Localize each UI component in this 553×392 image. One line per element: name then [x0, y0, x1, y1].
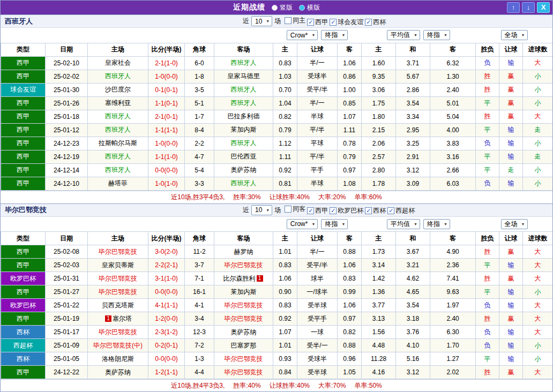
asia-away-odds-cell: 1.06	[338, 299, 362, 312]
summary-stat: 单率:60%	[354, 193, 382, 201]
section-header: 毕尔巴鄂竞技 近 10▼ 场 同客✓西甲✓欧罗巴杯✓西杯✓西超杯	[1, 204, 552, 217]
home-team-cell: 毕尔巴鄂竞技	[88, 326, 148, 339]
odds-stage-select[interactable]: 终指▼	[321, 30, 348, 40]
layout-radio-horizontal[interactable]: 横版	[299, 3, 320, 12]
filter-checkbox[interactable]: ✓欧罗巴杯	[330, 206, 363, 215]
home-team-cell: 洛格朗尼斯	[88, 352, 148, 366]
scroll-up-button[interactable]: ↑	[507, 2, 520, 13]
chevron-down-icon: ▼	[414, 222, 417, 226]
asia-away-odds-cell: 1.06	[338, 259, 362, 272]
euro-average-select[interactable]: 平均值▼	[387, 30, 420, 40]
scroll-down-button[interactable]: ↓	[522, 2, 535, 13]
goals-result-cell: 大	[523, 312, 553, 326]
euro-draw-odds-cell: 3.34	[396, 110, 430, 123]
date-cell: 25-01-26	[46, 96, 88, 110]
matches-table: Crow*▼ 终指▼ 平均值▼ 终指▼ 全场▼ 类型 日期 主场 比分(半场)	[1, 28, 553, 191]
corner-cell: 12-3	[185, 326, 214, 339]
league-type-cell: 西甲	[1, 56, 46, 70]
euro-draw-odds-cell: 5.16	[396, 352, 430, 366]
filter-checkbox[interactable]: ✓西超杯	[387, 206, 415, 215]
titlebar: 近期战绩 竖版 横版 ↑ ↓ X	[1, 1, 552, 14]
league-type-cell: 西甲	[1, 163, 46, 177]
scope-select[interactable]: 全场▼	[501, 219, 528, 229]
goals-result-cell: 大	[523, 326, 553, 339]
league-type-cell: 西杯	[1, 352, 46, 366]
summary-record: 近10场,胜4平3负3,	[171, 382, 225, 389]
asia-home-odds-cell: 0.90	[273, 285, 297, 299]
match-row: 西甲24-12-14西班牙人0-0(0-0)5-4奥萨苏纳0.92平手0.972…	[1, 163, 553, 177]
close-button[interactable]: X	[537, 2, 550, 13]
score-cell: 1-2(1-1)	[148, 366, 185, 379]
score-cell: 2-2(2-1)	[148, 259, 185, 272]
corner-cell: 4-7	[185, 150, 214, 163]
odds-stage-select[interactable]: 终指▼	[321, 219, 348, 229]
red-card-icon: 1	[105, 315, 111, 322]
radio-unselected-icon	[299, 5, 305, 11]
layout-radio-vertical[interactable]: 竖版	[272, 3, 293, 12]
filter-checkbox-label: 同主	[293, 16, 305, 25]
asia-home-odds-cell: 0.82	[273, 110, 297, 123]
date-cell: 25-02-08	[46, 245, 88, 259]
corner-cell: 16-1	[185, 285, 214, 299]
matches-count-select[interactable]: 10▼	[251, 16, 272, 26]
filter-checkbox[interactable]: 同主	[285, 16, 305, 25]
scope-select[interactable]: 全场▼	[501, 30, 528, 40]
asia-home-odds-cell: 1.07	[273, 326, 297, 339]
asia-home-odds-cell: 1.01	[273, 245, 297, 259]
date-cell: 25-01-22	[46, 299, 88, 312]
filter-checkbox[interactable]: ✓西杯	[365, 206, 386, 215]
euro-draw-odds-cell: 4.65	[396, 285, 430, 299]
filter-checkbox[interactable]: 同客	[285, 205, 305, 214]
team-name: 西班牙人	[5, 17, 33, 26]
asia-handicap-cell: 平手	[297, 163, 338, 177]
league-type-cell: 西甲	[1, 123, 46, 137]
col-header-score: 比分(半场)	[148, 43, 185, 56]
team-section-bilbao: 毕尔巴鄂竞技 近 10▼ 场 同客✓西甲✓欧罗巴杯✓西杯✓西超杯	[1, 203, 552, 392]
checkbox-checked-icon: ✓	[387, 207, 394, 214]
home-team-cell: 奥萨苏纳	[88, 366, 148, 379]
away-team-cell: 西班牙人	[214, 83, 273, 96]
matches-unit-label: 场	[274, 17, 281, 26]
euro-away-odds-cell: 2.66	[430, 163, 476, 177]
checkbox-checked-icon: ✓	[307, 207, 314, 214]
match-row: 西杯25-01-17毕尔巴鄂竞技2-3(1-2)12-3奥萨苏纳1.07一球0.…	[1, 326, 553, 339]
asia-handicap-cell: 平球	[297, 137, 338, 150]
date-cell: 25-02-03	[46, 259, 88, 272]
score-cell: 1-0(1-0)	[148, 177, 185, 190]
filter-checkbox[interactable]: ✓西杯	[365, 18, 386, 27]
filter-checkbox[interactable]: ✓西甲	[307, 206, 328, 215]
filter-checkbox[interactable]: ✓西甲	[307, 18, 328, 27]
euro-away-odds-cell: 9.63	[430, 285, 476, 299]
euro-stage-select[interactable]: 终指▼	[423, 219, 450, 229]
corner-cell: 7-1	[185, 272, 214, 285]
euro-away-odds-cell: 1.27	[430, 352, 476, 366]
asia-home-odds-cell: 0.70	[273, 83, 297, 96]
home-team-cell: 毕尔巴鄂竞技	[88, 285, 148, 299]
euro-away-odds-cell: 4.90	[430, 245, 476, 259]
col-header-type: 类型	[1, 43, 46, 56]
league-type-cell: 西超杯	[1, 339, 46, 352]
result-cell: 负	[476, 177, 499, 190]
match-row: 西杯25-01-05洛格朗尼斯0-0(0-0)1-3毕尔巴鄂竞技0.93受球半0…	[1, 352, 553, 366]
euro-home-odds-cell: 1.36	[362, 285, 396, 299]
col-header-asia-handicap: 让球	[297, 43, 338, 56]
league-type-cell: 西甲	[1, 137, 46, 150]
handicap-result-cell: 输	[499, 56, 523, 70]
date-cell: 25-01-31	[46, 272, 88, 285]
league-type-cell: 西甲	[1, 177, 46, 190]
euro-draw-odds-cell: 3.25	[396, 137, 430, 150]
away-team-cell: 赫罗纳	[214, 245, 273, 259]
odds-company-select[interactable]: Crow*▼	[287, 30, 318, 40]
handicap-result-cell: 输	[499, 352, 523, 366]
score-cell: 1-0(0-0)	[148, 70, 185, 83]
euro-average-select[interactable]: 平均值▼	[387, 219, 420, 229]
away-team-cell: 莱加内斯	[214, 285, 273, 299]
filter-checkbox[interactable]: ✓球会友谊	[330, 18, 363, 27]
result-cell: 平	[476, 285, 499, 299]
date-cell: 25-01-27	[46, 285, 88, 299]
odds-company-select[interactable]: Crow*▼	[287, 219, 318, 229]
euro-stage-select[interactable]: 终指▼	[423, 30, 450, 40]
matches-count-select[interactable]: 10▼	[251, 205, 272, 215]
home-team-cell: 皇家社会	[88, 56, 148, 70]
result-cell: 负	[476, 137, 499, 150]
